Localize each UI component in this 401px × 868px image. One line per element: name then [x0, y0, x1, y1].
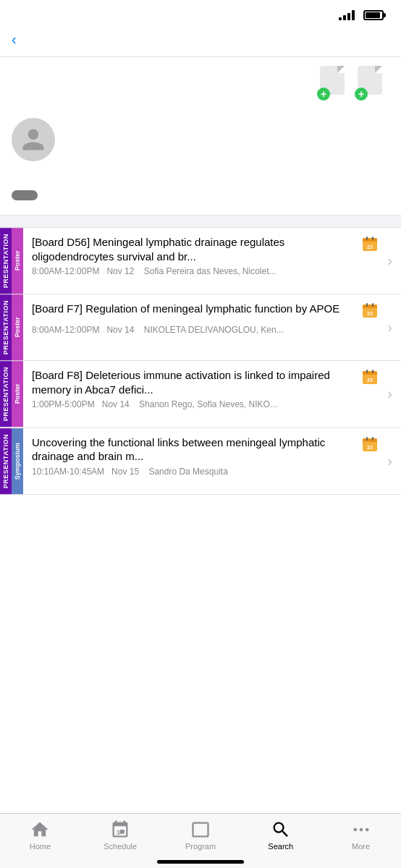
session-title: [Board F7] Regulation of meningeal lymph… — [32, 302, 355, 316]
svg-rect-16 — [372, 370, 373, 373]
session-item-0[interactable]: PRESENTATION Poster [Board D56] Meningea… — [0, 228, 401, 294]
tab-schedule-label: Schedule — [104, 842, 137, 851]
svg-rect-10 — [372, 303, 373, 307]
svg-rect-21 — [366, 437, 368, 441]
svg-rect-9 — [366, 303, 368, 307]
calendar-icon: 23 — [361, 302, 379, 322]
tab-more-label: More — [352, 842, 370, 851]
tab-search[interactable]: Search — [240, 814, 321, 854]
presentation-label: PRESENTATION — [0, 361, 12, 427]
back-button[interactable]: ‹ — [12, 32, 98, 48]
session-title-row: [Board F8] Deleterious immune activation… — [32, 368, 379, 396]
sessions-list: PRESENTATION Poster [Board D56] Meningea… — [0, 228, 401, 495]
session-type-badge: Poster — [12, 361, 23, 427]
presentation-label: PRESENTATION — [0, 228, 12, 294]
session-meta: 1:00PM-5:00PM Nov 14 Shanon Rego, Sofia … — [32, 399, 379, 409]
session-type-badge: Poster — [12, 228, 23, 294]
svg-text:23: 23 — [367, 311, 373, 316]
svg-rect-15 — [366, 370, 368, 373]
session-content: [Board F8] Deleterious immune activation… — [23, 361, 387, 427]
session-item-2[interactable]: PRESENTATION Poster [Board F8] Deleterio… — [0, 361, 401, 427]
svg-rect-14 — [363, 373, 377, 375]
author-profile — [0, 103, 401, 176]
session-type-badge: Symposium — [12, 428, 23, 494]
back-chevron-icon: ‹ — [12, 31, 17, 48]
schedule-icon: 3 — [110, 820, 130, 840]
action-area: + + — [0, 57, 401, 103]
calendar-icon: 23 — [361, 235, 379, 255]
svg-rect-22 — [372, 437, 373, 441]
svg-text:23: 23 — [367, 244, 373, 250]
program-icon — [190, 820, 211, 840]
svg-rect-8 — [363, 307, 377, 308]
add-badge-1: + — [317, 88, 330, 101]
session-content: [Board D56] Meningeal lymphatic drainage… — [23, 228, 387, 294]
calendar-icon: 23 — [361, 368, 379, 388]
person-icon — [20, 127, 46, 153]
tab-schedule[interactable]: 3 Schedule — [80, 814, 161, 854]
session-title: [Board D56] Meningeal lymphatic drainage… — [32, 235, 355, 263]
chevron-right-icon: › — [387, 294, 401, 360]
home-icon — [30, 820, 50, 840]
session-type-badge: Poster — [12, 294, 23, 360]
session-content: [Board F7] Regulation of meningeal lymph… — [23, 294, 387, 360]
author-type-badge — [12, 190, 38, 200]
svg-point-25 — [353, 828, 357, 832]
session-title: Uncovering the functional links between … — [32, 435, 355, 464]
chevron-right-icon: › — [387, 361, 401, 427]
svg-text:23: 23 — [367, 378, 373, 383]
session-item-3[interactable]: PRESENTATION Symposium Uncovering the fu… — [0, 428, 401, 495]
svg-point-26 — [359, 828, 363, 832]
session-title-row: Uncovering the functional links between … — [32, 435, 379, 464]
chevron-right-icon: › — [387, 228, 401, 294]
presentation-label: PRESENTATION — [0, 428, 12, 494]
session-meta: 10:10AM-10:45AM Nov 15 Sandro Da Mesquit… — [32, 467, 379, 477]
svg-rect-20 — [363, 441, 377, 442]
calendar-icon: 23 — [361, 435, 379, 456]
session-title-row: [Board F7] Regulation of meningeal lymph… — [32, 302, 379, 322]
svg-point-27 — [365, 828, 368, 832]
add-to-list-button-1[interactable]: + — [320, 66, 352, 98]
session-title: [Board F8] Deleterious immune activation… — [32, 368, 355, 396]
svg-rect-4 — [372, 237, 373, 240]
tab-home[interactable]: Home — [0, 814, 80, 854]
session-item-1[interactable]: PRESENTATION Poster [Board F7] Regulatio… — [0, 294, 401, 361]
presentation-label: PRESENTATION — [0, 294, 12, 360]
battery-icon — [363, 10, 384, 20]
svg-rect-2 — [363, 240, 377, 242]
home-indicator — [157, 860, 244, 864]
more-icon — [351, 820, 371, 840]
search-icon — [271, 820, 291, 840]
tab-program-label: Program — [185, 842, 216, 851]
signal-bars-icon — [339, 10, 355, 20]
tab-program[interactable]: Program — [161, 814, 241, 854]
session-content: Uncovering the functional links between … — [23, 428, 387, 494]
status-icons — [339, 10, 384, 20]
session-title-row: [Board D56] Meningeal lymphatic drainage… — [32, 235, 379, 263]
svg-rect-3 — [366, 237, 368, 240]
svg-text:3: 3 — [117, 830, 121, 836]
add-badge-2: + — [355, 88, 368, 101]
add-to-list-button-2[interactable]: + — [358, 66, 389, 98]
session-meta: 8:00AM-12:00PM Nov 12 Sofia Pereira das … — [32, 266, 379, 276]
author-type-section-label — [0, 176, 401, 190]
nav-bar: ‹ — [0, 26, 401, 57]
sessions-header — [0, 215, 401, 228]
tab-more[interactable]: More — [321, 814, 401, 854]
author-info — [67, 115, 389, 118]
avatar — [12, 118, 55, 161]
chevron-right-icon: › — [387, 428, 401, 494]
tab-home-label: Home — [30, 842, 51, 851]
status-bar — [0, 0, 401, 26]
session-meta: 8:00AM-12:00PM Nov 14 NIKOLETA DELIVANOG… — [32, 325, 379, 335]
tab-search-label: Search — [268, 842, 293, 851]
svg-text:23: 23 — [367, 445, 373, 450]
